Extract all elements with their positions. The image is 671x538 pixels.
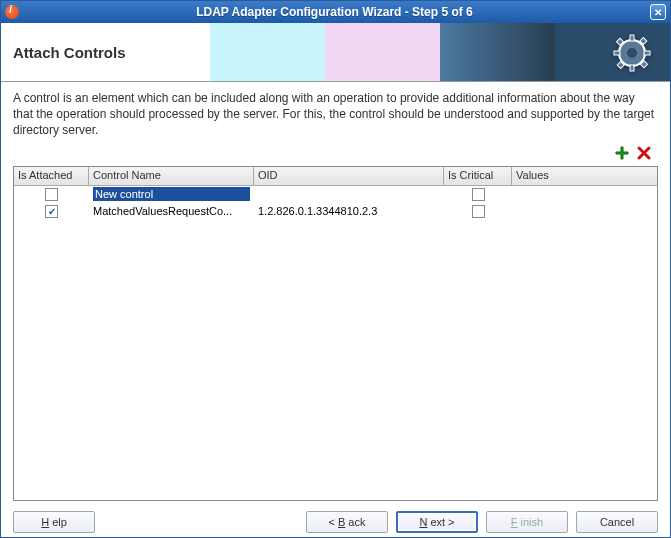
oid-cell[interactable]: 1.2.826.0.1.3344810.2.3 [254, 205, 444, 217]
help-button[interactable]: Help [13, 511, 95, 533]
is-attached-checkbox[interactable] [45, 188, 58, 201]
window-title: LDAP Adapter Configuration Wizard - Step… [27, 5, 642, 19]
header-is-attached[interactable]: Is Attached [14, 167, 89, 185]
back-button[interactable]: < Back [306, 511, 388, 533]
svg-point-1 [627, 48, 637, 58]
finish-button: Finish [486, 511, 568, 533]
table-header: Is Attached Control Name OID Is Critical… [14, 167, 657, 186]
app-icon [5, 5, 19, 19]
page-title: Attach Controls [13, 44, 126, 61]
is-attached-checkbox[interactable]: ✔ [45, 205, 58, 218]
cancel-button[interactable]: Cancel [576, 511, 658, 533]
description-text: A control is an element which can be inc… [1, 82, 670, 145]
is-critical-checkbox[interactable] [472, 188, 485, 201]
header-is-critical[interactable]: Is Critical [444, 167, 512, 185]
gear-icon [612, 33, 652, 76]
svg-rect-2 [630, 35, 634, 41]
header-control-name[interactable]: Control Name [89, 167, 254, 185]
is-critical-checkbox[interactable] [472, 205, 485, 218]
control-name-cell[interactable]: New control [89, 187, 254, 201]
header-values[interactable]: Values [512, 167, 657, 185]
table-row[interactable]: ✔MatchedValuesRequestCo...1.2.826.0.1.33… [14, 203, 657, 220]
svg-rect-5 [644, 51, 650, 55]
add-icon[interactable] [614, 145, 630, 164]
banner-background [210, 23, 670, 81]
close-icon[interactable]: ✕ [650, 4, 666, 20]
svg-rect-4 [614, 51, 620, 55]
controls-table: Is Attached Control Name OID Is Critical… [13, 166, 658, 501]
remove-icon[interactable] [636, 145, 652, 164]
table-row[interactable]: New control [14, 186, 657, 203]
control-name-cell[interactable]: MatchedValuesRequestCo... [89, 205, 254, 217]
next-button[interactable]: Next > [396, 511, 478, 533]
header-oid[interactable]: OID [254, 167, 444, 185]
cancel-label: Cancel [600, 516, 634, 528]
svg-rect-3 [630, 65, 634, 71]
